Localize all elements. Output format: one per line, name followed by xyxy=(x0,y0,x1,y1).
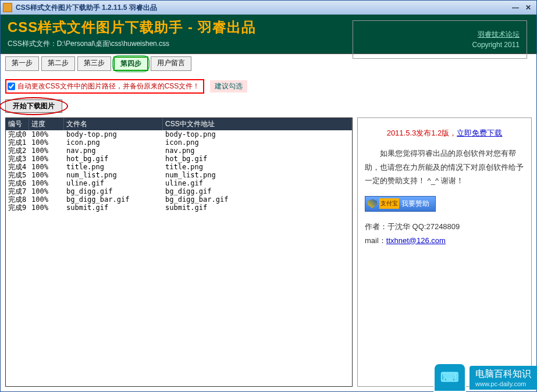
watermark-url: www.pc-daily.com xyxy=(475,380,531,387)
table-row[interactable]: 完成3100%hot_bg.gifhot_bg.gif xyxy=(6,155,352,163)
titlebar: CSS样式文件图片下载助手 1.2.11.5 羽睿出品 — ✕ xyxy=(1,1,536,15)
donate-label: 我要赞助 xyxy=(401,198,429,211)
table-row[interactable]: 完成7100%bg_digg.gifbg_digg.gif xyxy=(6,187,352,195)
shield-icon xyxy=(368,199,377,208)
forum-link[interactable]: 羽睿技术论坛 xyxy=(360,29,520,40)
watermark-brand: 电脑百科知识 xyxy=(475,368,531,380)
copyright: Copyright 2011 xyxy=(360,40,520,50)
table-row[interactable]: 完成4100%title.pngtitle.png xyxy=(6,163,352,171)
tab-step3[interactable]: 第三步 xyxy=(77,56,111,71)
mail-label: mail： xyxy=(365,236,386,245)
col-header-filename: 文件名 xyxy=(64,118,163,130)
table-row[interactable]: 完成9100%submit.gifsubmit.gif xyxy=(6,204,352,212)
window-title: CSS样式文件图片下载助手 1.2.11.5 羽睿出品 xyxy=(16,3,510,13)
donate-badge: 支付宝 xyxy=(379,198,399,209)
download-grid: 编号 进度 文件名 CSS中文件地址 完成0100%body-top.pngbo… xyxy=(5,117,353,387)
release-text: 2011.5.3发布1.2版， xyxy=(387,129,457,137)
tab-step2[interactable]: 第二步 xyxy=(41,56,75,71)
option-hint: 建议勾选 xyxy=(210,80,247,92)
table-row[interactable]: 完成8100%bg_digg_bar.gifbg_digg_bar.gif xyxy=(6,195,352,204)
table-row[interactable]: 完成5100%num_list.pngnum_list.png xyxy=(6,171,352,179)
app-icon xyxy=(3,3,12,12)
table-row[interactable]: 完成2100%nav.pngnav.png xyxy=(6,147,352,155)
watermark: ⌨ 电脑百科知识 www.pc-daily.com xyxy=(433,363,537,392)
promo-body: 如果您觉得羽睿出品的原创软件对您有帮助，也请您在力所能及的情况下对原创软件给予一… xyxy=(365,147,524,187)
author-line: 作者：于沈华 QQ:27248809 xyxy=(365,220,524,233)
tab-step4[interactable]: 第四步 xyxy=(113,56,148,71)
table-row[interactable]: 完成6100%uline.gifuline.gif xyxy=(6,179,352,187)
table-row[interactable]: 完成1100%icon.pngicon.png xyxy=(6,138,352,147)
app-banner: CSS样式文件图片下载助手 - 羽睿出品 CSS样式文件：D:\Personal… xyxy=(1,15,536,54)
grid-header: 编号 进度 文件名 CSS中文件地址 xyxy=(6,118,352,130)
auto-modify-label: 自动更改CSS文件中的图片路径，并备份原来的CSS文件！ xyxy=(17,81,200,91)
promo-panel: 2011.5.3发布1.2版，立即免费下载 如果您觉得羽睿出品的原创软件对您有帮… xyxy=(357,117,532,387)
tab-feedback[interactable]: 用户留言 xyxy=(151,56,191,71)
monitor-icon: ⌨ xyxy=(433,363,466,392)
close-button[interactable]: ✕ xyxy=(522,2,534,13)
minimize-button[interactable]: — xyxy=(510,2,521,13)
col-header-id: 编号 xyxy=(6,118,29,130)
tab-step1[interactable]: 第一步 xyxy=(5,56,39,71)
col-header-url: CSS中文件地址 xyxy=(163,118,352,130)
mail-link[interactable]: ttxhnet@126.com xyxy=(386,236,446,245)
auto-modify-checkbox[interactable] xyxy=(8,83,15,90)
table-row[interactable]: 完成0100%body-top.pngbody-top.png xyxy=(6,130,352,138)
col-header-progress: 进度 xyxy=(29,118,64,130)
start-download-button[interactable]: 开始下载图片 xyxy=(5,99,62,113)
donate-button[interactable]: 支付宝 我要赞助 xyxy=(365,196,436,212)
auto-modify-option: 自动更改CSS文件中的图片路径，并备份原来的CSS文件！ xyxy=(5,79,204,94)
download-link[interactable]: 立即免费下载 xyxy=(457,129,502,137)
